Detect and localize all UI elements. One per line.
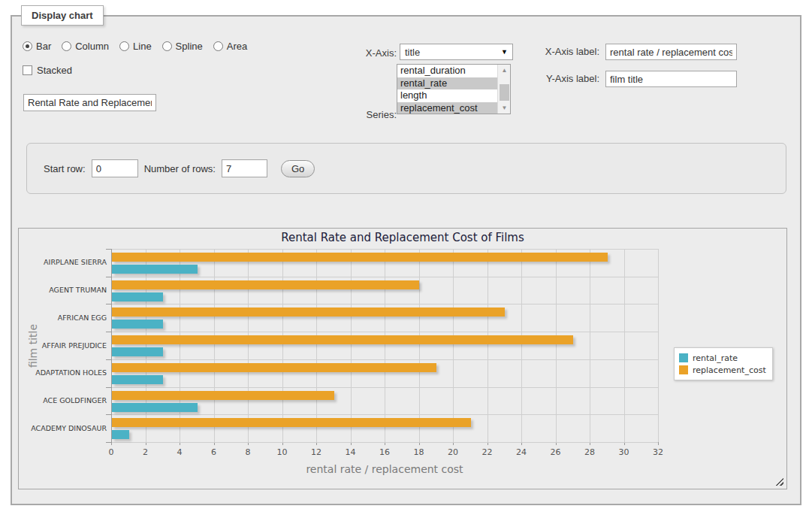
- series-list-label: Series:: [315, 109, 397, 120]
- chart-title-input[interactable]: [23, 94, 156, 111]
- x-tick-label: 20: [442, 447, 464, 457]
- category-label: ACADEMY DINOSAUR: [19, 425, 107, 432]
- chart-y-axis-title: film title: [27, 323, 39, 367]
- gridline: [488, 249, 488, 442]
- gridline: [111, 277, 658, 277]
- chart-legend: rental_ratereplacement_cost: [674, 347, 773, 380]
- x-tick-label: 2: [134, 447, 157, 457]
- stacked-checkbox[interactable]: [23, 65, 32, 75]
- y-tick-mark: [106, 332, 111, 332]
- y-tick-mark: [106, 442, 111, 443]
- gridline: [111, 387, 658, 388]
- legend-label: rental_rate: [693, 353, 738, 363]
- x-tick-label: 14: [340, 447, 362, 457]
- page: Display chart Bar Column Line Spline Are…: [0, 0, 812, 512]
- bar-rental_rate: [112, 375, 163, 384]
- legend-item-rental_rate: rental_rate: [679, 352, 766, 364]
- gridline: [180, 249, 180, 442]
- gridline: [282, 249, 283, 442]
- bar-rental_rate: [112, 430, 129, 439]
- category-label: AGENT TRUMAN: [19, 286, 107, 294]
- gridline: [214, 249, 215, 442]
- x-tick-label: 18: [408, 447, 430, 457]
- gridline: [385, 249, 385, 442]
- y-tick-mark: [106, 304, 111, 304]
- x-tick-mark: [658, 442, 659, 445]
- go-button[interactable]: Go: [281, 160, 315, 177]
- row-range-panel: Start row: Number of rows: Go: [26, 143, 786, 194]
- radio-column[interactable]: Column: [62, 41, 109, 52]
- radio-bar[interactable]: Bar: [23, 41, 51, 52]
- stacked-label: Stacked: [37, 65, 72, 76]
- gridline: [316, 249, 317, 442]
- category-label: AIRPLANE SIERRA: [19, 259, 107, 266]
- y-tick-mark: [106, 277, 111, 277]
- series-multiselect[interactable]: rental_duration rental_rate length repla…: [397, 64, 511, 114]
- x-axis-selected-value: title: [405, 47, 420, 58]
- legend-label: replacement_cost: [693, 365, 766, 375]
- radio-area[interactable]: Area: [213, 41, 247, 52]
- gridline: [111, 359, 658, 360]
- x-tick-label: 16: [373, 447, 396, 457]
- series-option-length[interactable]: length: [397, 89, 497, 102]
- gridline: [590, 249, 590, 442]
- bar-replacement_cost: [112, 391, 334, 400]
- legend-swatch-icon: [679, 353, 688, 362]
- radio-icon[interactable]: [119, 41, 129, 51]
- scroll-down-icon[interactable]: ▼: [498, 102, 511, 114]
- gridline: [111, 442, 658, 443]
- legend-swatch-icon: [679, 365, 688, 374]
- radio-icon[interactable]: [162, 41, 172, 51]
- x-axis-select-label: X-Axis:: [315, 47, 397, 59]
- x-tick-label: 28: [578, 447, 601, 457]
- radio-selected-icon[interactable]: [23, 41, 32, 51]
- series-options: rental_duration rental_rate length repla…: [397, 65, 497, 114]
- number-of-rows-input[interactable]: [222, 159, 267, 177]
- x-tick-label: 24: [510, 447, 533, 457]
- y-axis-label-input[interactable]: [605, 71, 737, 87]
- scrollbar-thumb[interactable]: [500, 84, 509, 101]
- bar-replacement_cost: [112, 418, 471, 427]
- gridline: [453, 249, 454, 442]
- gridline: [658, 249, 659, 442]
- gridline: [146, 249, 146, 442]
- bar-rental_rate: [112, 320, 163, 329]
- x-axis-select[interactable]: title ▼: [400, 44, 513, 60]
- series-scrollbar[interactable]: ▲ ▼: [497, 65, 510, 114]
- gridline: [111, 332, 658, 332]
- bar-rental_rate: [112, 292, 163, 301]
- start-row-label: Start row:: [44, 163, 86, 174]
- bar-replacement_cost: [112, 253, 608, 262]
- category-label: ACE GOLDFINGER: [19, 397, 107, 404]
- x-tick-label: 0: [100, 447, 122, 457]
- number-of-rows-label: Number of rows:: [144, 163, 216, 174]
- y-axis-line: [111, 249, 112, 443]
- radio-icon[interactable]: [213, 41, 223, 51]
- gridline: [111, 414, 658, 415]
- radio-icon[interactable]: [62, 41, 71, 51]
- series-option-rental-rate[interactable]: rental_rate: [397, 77, 497, 90]
- radio-spline-label: Spline: [176, 41, 203, 52]
- chart-container: Rental Rate and Replacement Cost of Film…: [18, 228, 787, 489]
- x-tick-label: 4: [168, 447, 191, 457]
- bar-rental_rate: [112, 265, 198, 274]
- x-tick-label: 22: [476, 447, 499, 457]
- x-axis-label-input[interactable]: [605, 44, 737, 60]
- fieldset-legend: Display chart: [21, 5, 104, 26]
- x-tick-label: 12: [305, 447, 328, 457]
- y-tick-mark: [106, 359, 111, 360]
- y-tick-mark: [106, 249, 111, 250]
- radio-area-label: Area: [227, 41, 247, 52]
- gridline: [419, 249, 420, 442]
- radio-bar-label: Bar: [36, 41, 51, 52]
- chart-title: Rental Rate and Replacement Cost of Film…: [19, 231, 786, 244]
- series-option-replacement-cost[interactable]: replacement_cost: [397, 102, 497, 115]
- radio-spline[interactable]: Spline: [162, 41, 203, 52]
- stacked-checkbox-row: Stacked: [23, 65, 72, 76]
- series-option-rental-duration[interactable]: rental_duration: [397, 65, 497, 77]
- start-row-input[interactable]: [92, 159, 138, 177]
- radio-line[interactable]: Line: [119, 41, 152, 52]
- x-tick-label: 26: [545, 447, 567, 457]
- legend-item-replacement_cost: replacement_cost: [679, 364, 766, 376]
- x-tick-label: 8: [237, 447, 259, 457]
